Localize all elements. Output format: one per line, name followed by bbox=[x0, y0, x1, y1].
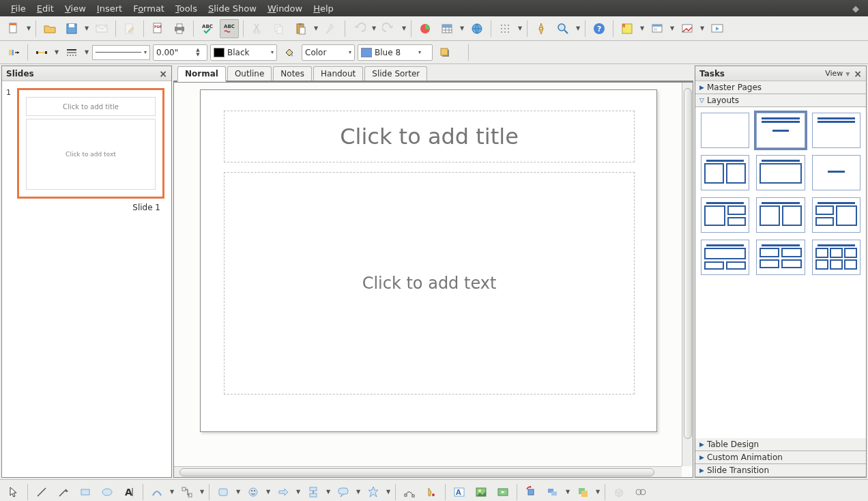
slide-canvas[interactable]: Click to add title Click to add text bbox=[200, 89, 657, 432]
menu-edit[interactable]: Edit bbox=[31, 2, 59, 15]
undo-icon[interactable] bbox=[349, 19, 368, 38]
slide-design-dropdown[interactable]: ▼ bbox=[669, 25, 675, 31]
text-tool-icon[interactable]: A bbox=[119, 483, 139, 502]
menu-tools[interactable]: Tools bbox=[170, 2, 203, 15]
layout-centered-text[interactable] bbox=[812, 155, 860, 190]
points-edit-icon[interactable] bbox=[400, 483, 419, 502]
save-icon[interactable] bbox=[62, 19, 81, 38]
open-icon[interactable] bbox=[40, 19, 59, 38]
line-ends-dropdown[interactable]: ▼ bbox=[54, 49, 59, 55]
interaction-icon[interactable] bbox=[631, 483, 650, 502]
area-fill-icon[interactable] bbox=[280, 43, 299, 62]
insert-av-icon[interactable] bbox=[493, 483, 512, 502]
layout-four-boxes[interactable] bbox=[756, 240, 805, 275]
line-width-combo[interactable]: 0.00" ▲▼ bbox=[153, 44, 207, 61]
print-icon[interactable] bbox=[170, 19, 189, 38]
menu-view[interactable]: View bbox=[59, 2, 91, 15]
layout-title-two-content-v[interactable] bbox=[812, 197, 860, 233]
tasks-panel-close-icon[interactable]: × bbox=[854, 68, 862, 79]
save-dropdown[interactable]: ▼ bbox=[84, 25, 89, 31]
tab-slidesorter[interactable]: Slide Sorter bbox=[364, 66, 427, 81]
menu-slideshow[interactable]: Slide Show bbox=[203, 2, 262, 15]
section-slide-transition[interactable]: ▶ Slide Transition bbox=[695, 464, 866, 477]
layout-two-content-b[interactable] bbox=[701, 197, 749, 233]
stars-dropdown[interactable]: ▼ bbox=[386, 489, 391, 495]
email-icon[interactable] bbox=[92, 19, 111, 38]
symbol-shapes-icon[interactable] bbox=[244, 483, 263, 502]
slide-design-icon[interactable] bbox=[648, 19, 667, 38]
block-arrows-dropdown[interactable]: ▼ bbox=[295, 489, 301, 495]
tab-outline[interactable]: Outline bbox=[227, 66, 272, 81]
redo-icon[interactable] bbox=[379, 19, 399, 38]
connector-dropdown[interactable]: ▼ bbox=[199, 489, 205, 495]
layout-content[interactable] bbox=[756, 155, 805, 190]
section-table-design[interactable]: ▶ Table Design bbox=[695, 438, 866, 451]
arrange-dropdown[interactable]: ▼ bbox=[595, 489, 601, 495]
section-master-pages[interactable]: ▶ Master Pages bbox=[695, 81, 866, 94]
slides-panel-close-icon[interactable]: × bbox=[159, 68, 167, 79]
connector-tool-icon[interactable] bbox=[177, 483, 197, 502]
flowchart-icon[interactable] bbox=[304, 483, 323, 502]
tasks-view-menu[interactable]: View bbox=[825, 69, 843, 78]
chart-icon[interactable] bbox=[416, 19, 435, 38]
copy-icon[interactable] bbox=[270, 19, 289, 38]
export-pdf-icon[interactable]: PDF bbox=[148, 19, 167, 38]
align-icon[interactable] bbox=[543, 483, 562, 502]
redo-dropdown[interactable]: ▼ bbox=[401, 25, 407, 31]
spellcheck-icon[interactable]: ABC bbox=[198, 19, 217, 38]
menu-window[interactable]: Window bbox=[262, 2, 308, 15]
window-control-icon[interactable]: ◆ bbox=[849, 3, 863, 14]
start-slideshow-icon[interactable] bbox=[708, 19, 727, 38]
fontwork-icon[interactable]: A bbox=[450, 483, 469, 502]
align-dropdown[interactable]: ▼ bbox=[565, 489, 570, 495]
curve-tool-icon[interactable] bbox=[147, 483, 167, 502]
paste-dropdown[interactable]: ▼ bbox=[313, 25, 319, 31]
section-custom-animation[interactable]: ▶ Custom Animation bbox=[695, 451, 866, 464]
extrusion-icon[interactable] bbox=[609, 483, 628, 502]
layout-title-content[interactable] bbox=[756, 113, 805, 148]
layout-six-boxes[interactable] bbox=[812, 240, 860, 275]
arrow-style-icon[interactable] bbox=[4, 43, 23, 62]
basic-shapes-icon[interactable] bbox=[214, 483, 233, 502]
gallery-dropdown[interactable]: ▼ bbox=[639, 25, 645, 31]
layout-two-content[interactable] bbox=[701, 155, 749, 190]
horizontal-scrollbar[interactable] bbox=[174, 466, 682, 477]
menu-file[interactable]: File bbox=[5, 2, 31, 15]
new-dropdown[interactable]: ▼ bbox=[26, 25, 31, 31]
line-ends-icon[interactable] bbox=[32, 43, 51, 62]
navigator-icon[interactable] bbox=[532, 19, 551, 38]
tab-handout[interactable]: Handout bbox=[313, 66, 363, 81]
ellipse-tool-icon[interactable] bbox=[98, 483, 117, 502]
zoom-icon[interactable] bbox=[553, 19, 573, 38]
slide-thumbnail[interactable]: Click to add title Click to add text bbox=[17, 88, 164, 199]
stars-icon[interactable] bbox=[364, 483, 383, 502]
help-icon[interactable]: ? bbox=[590, 19, 609, 38]
layout-title-content-over-two[interactable] bbox=[701, 240, 749, 275]
undo-dropdown[interactable]: ▼ bbox=[371, 25, 377, 31]
section-layouts[interactable]: ▽ Layouts bbox=[695, 94, 866, 107]
content-placeholder[interactable]: Click to add text bbox=[224, 172, 635, 395]
glue-points-icon[interactable] bbox=[422, 483, 441, 502]
slide-layout-icon[interactable] bbox=[678, 19, 697, 38]
arrange-icon[interactable] bbox=[573, 483, 592, 502]
spinner-arrows[interactable]: ▲▼ bbox=[192, 48, 204, 57]
layout-title-only[interactable] bbox=[812, 113, 860, 148]
curve-dropdown[interactable]: ▼ bbox=[169, 489, 175, 495]
callouts-icon[interactable] bbox=[334, 483, 353, 502]
zoom-dropdown[interactable]: ▼ bbox=[575, 25, 581, 31]
symbol-shapes-dropdown[interactable]: ▼ bbox=[265, 489, 271, 495]
flowchart-dropdown[interactable]: ▼ bbox=[326, 489, 331, 495]
callouts-dropdown[interactable]: ▼ bbox=[356, 489, 361, 495]
table-icon[interactable] bbox=[437, 19, 457, 38]
layout-blank[interactable] bbox=[701, 113, 749, 148]
slide-workspace[interactable]: Click to add title Click to add text bbox=[173, 82, 693, 478]
auto-spellcheck-icon[interactable]: ABC bbox=[220, 19, 239, 38]
grid-icon[interactable] bbox=[495, 19, 515, 38]
line-style-icon[interactable] bbox=[62, 43, 81, 62]
line-style-dropdown[interactable]: ▼ bbox=[84, 49, 89, 55]
rectangle-tool-icon[interactable] bbox=[76, 483, 95, 502]
vertical-scrollbar[interactable] bbox=[682, 83, 693, 466]
edit-file-icon[interactable] bbox=[120, 19, 139, 38]
line-style-combo[interactable]: ▾ bbox=[92, 45, 150, 60]
arrow-tool-icon[interactable] bbox=[54, 483, 73, 502]
